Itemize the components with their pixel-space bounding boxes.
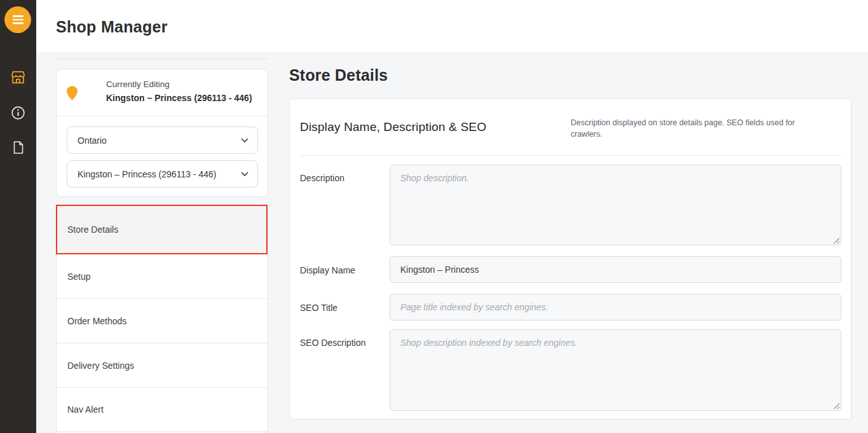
- left-panel-divider: [56, 58, 268, 59]
- document-icon[interactable]: [0, 140, 36, 155]
- page-title: Shop Manager: [56, 18, 168, 36]
- store-select-value: Kingston – Princess (296113 - 446): [78, 169, 216, 179]
- nav-item-label: Delivery Settings: [67, 361, 134, 371]
- menu-icon[interactable]: [4, 6, 31, 33]
- currently-editing-card: Currently Editing Kingston – Princess (2…: [56, 69, 268, 197]
- currently-editing-label: Currently Editing: [106, 79, 170, 89]
- settings-nav: Store Details Setup Order Methods Delive…: [56, 205, 268, 433]
- seo-description-field-wrap: [390, 329, 841, 411]
- card-divider: [300, 155, 842, 156]
- nav-item-label: Store Details: [67, 224, 118, 235]
- nav-item-nav-alert[interactable]: Nav Alert: [57, 388, 268, 432]
- description-textarea[interactable]: [390, 165, 841, 245]
- display-name-label: Display Name: [300, 265, 355, 275]
- app-header: Shop Manager: [36, 0, 868, 52]
- nav-item-label: Setup: [67, 271, 91, 282]
- info-icon[interactable]: [0, 105, 36, 121]
- store-details-card: Display Name, Description & SEO Descript…: [289, 99, 851, 420]
- location-pin-icon: [67, 86, 78, 100]
- description-label: Description: [300, 173, 344, 183]
- storefront-icon[interactable]: [0, 69, 36, 85]
- display-name-input[interactable]: [390, 256, 841, 283]
- seo-description-label: SEO Description: [300, 338, 365, 348]
- seo-title-label: SEO Title: [300, 303, 337, 313]
- region-select[interactable]: Ontario: [67, 127, 258, 154]
- section-title: Store Details: [289, 66, 388, 85]
- card-section-title: Display Name, Description & SEO: [300, 120, 486, 134]
- nav-item-label: Order Methods: [67, 316, 126, 326]
- chevron-down-icon: [241, 172, 248, 177]
- currently-editing-value: Kingston – Princess (296113 - 446): [106, 93, 252, 103]
- seo-title-input[interactable]: [390, 294, 841, 320]
- nav-item-delivery-settings[interactable]: Delivery Settings: [57, 343, 268, 388]
- currently-editing-header: Currently Editing Kingston – Princess (2…: [57, 69, 268, 116]
- nav-item-setup[interactable]: Setup: [57, 254, 268, 299]
- store-select[interactable]: Kingston – Princess (296113 - 446): [67, 160, 258, 188]
- card-section-note: Description displayed on store details p…: [571, 117, 813, 140]
- region-select-value: Ontario: [78, 135, 107, 146]
- nav-item-order-methods[interactable]: Order Methods: [57, 299, 268, 343]
- icon-sidebar: [0, 0, 36, 433]
- nav-item-store-details[interactable]: Store Details: [57, 205, 268, 254]
- seo-description-textarea[interactable]: [390, 329, 841, 411]
- description-field-wrap: [390, 165, 841, 245]
- chevron-down-icon: [241, 138, 248, 143]
- nav-item-label: Nav Alert: [67, 404, 104, 415]
